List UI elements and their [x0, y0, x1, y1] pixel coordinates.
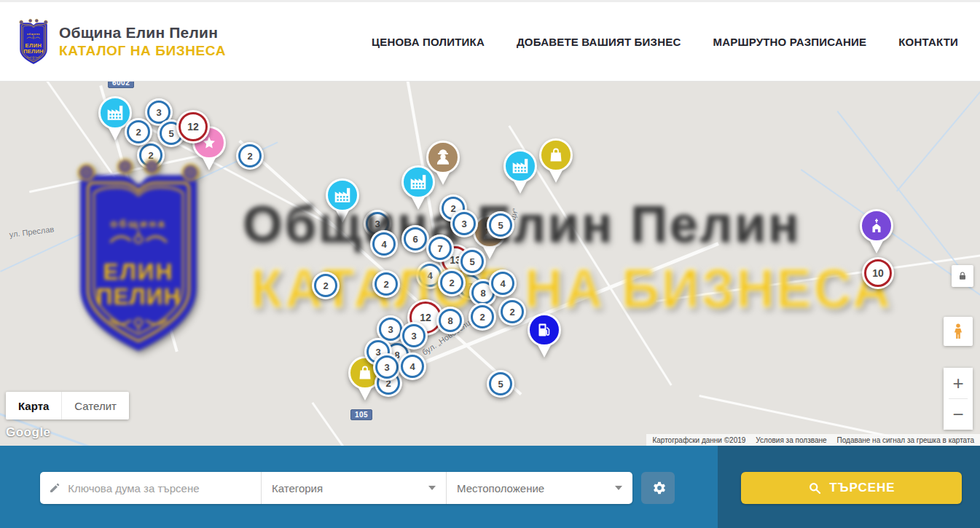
cluster-count: 2 — [312, 272, 340, 299]
church-icon — [860, 209, 893, 243]
factory-icon — [326, 178, 359, 212]
pin-church-marker[interactable] — [859, 209, 894, 254]
cluster-marker[interactable]: 2 — [125, 118, 152, 146]
cluster-count: 5 — [487, 370, 514, 398]
zoom-out-button[interactable]: − — [944, 399, 973, 430]
advanced-settings-button[interactable] — [641, 472, 675, 504]
cluster-count: 3 — [450, 210, 478, 237]
cluster-marker[interactable]: 2 — [438, 269, 466, 296]
map-attribution: Картографски данни ©2019 Условия за полз… — [646, 434, 980, 446]
site-title: Община Елин Пелин — [59, 24, 226, 42]
map-type-control: Карта Сателит — [6, 392, 129, 419]
category-value: Категория — [272, 482, 323, 494]
site-logo[interactable]: община ЕЛИН ПЕЛИН Община Елин Пелин КАТА… — [0, 18, 226, 66]
cluster-marker[interactable]: 12 — [176, 110, 210, 143]
map-canvas[interactable]: ул. Преславбул. „Новоселци“ци“ 6002105 о… — [0, 82, 980, 446]
nav-item-3[interactable]: КОНТАКТИ — [898, 36, 958, 48]
logo-text: Община Елин Пелин КАТАЛОГ НА БИЗНЕСА — [59, 24, 226, 59]
road-badge: 6002 — [108, 82, 134, 88]
map-type-map-button[interactable]: Карта — [6, 392, 61, 419]
cluster-marker[interactable]: 10 — [862, 257, 894, 289]
chevron-down-icon — [615, 486, 622, 490]
cluster-count: 3 — [373, 353, 401, 381]
cluster-marker[interactable]: 2 — [372, 270, 400, 298]
zoom-in-button[interactable]: + — [944, 368, 973, 398]
fuel-icon — [528, 313, 561, 347]
svg-text:ПЕЛИН: ПЕЛИН — [96, 283, 181, 310]
watermark-subtitle: КАТАЛОГ НА БИЗНЕСА — [251, 256, 893, 320]
cluster-marker[interactable]: 2 — [312, 272, 340, 299]
cluster-count: 2 — [236, 142, 264, 170]
cluster-marker[interactable]: 3 — [400, 322, 428, 350]
pin-factory-marker[interactable] — [401, 165, 436, 210]
cluster-count: 10 — [862, 257, 894, 289]
cluster-count: 2 — [438, 269, 466, 296]
location-value: Местоположение — [457, 482, 544, 494]
search-fields: Категория Местоположение — [40, 472, 632, 504]
google-logo[interactable]: Google — [6, 425, 51, 440]
cluster-count: 3 — [400, 322, 428, 350]
attribution-copyright: Картографски данни ©2019 — [652, 436, 745, 444]
svg-text:ЕЛИН: ЕЛИН — [26, 42, 42, 48]
map-road — [312, 402, 439, 446]
keyword-input[interactable] — [68, 482, 252, 494]
cluster-marker[interactable]: 6 — [401, 225, 429, 253]
terms-link[interactable]: Условия за ползване — [756, 436, 826, 444]
site-subtitle: КАТАЛОГ НА БИЗНЕСА — [59, 43, 226, 59]
cluster-count: 8 — [436, 307, 464, 334]
svg-text:ЕЛИН: ЕЛИН — [103, 259, 174, 285]
map-road — [656, 249, 980, 302]
cluster-marker[interactable]: 4 — [399, 352, 426, 380]
pencil-icon — [49, 481, 60, 494]
map-type-satellite-button[interactable]: Сателит — [61, 392, 129, 419]
nav-item-2[interactable]: МАРШРУТНО РАЗПИСАНИЕ — [713, 36, 866, 48]
cluster-marker[interactable]: 8 — [436, 307, 464, 334]
street-view-pegman[interactable] — [944, 317, 973, 346]
location-select[interactable]: Местоположение — [446, 472, 632, 504]
road-badge: 105 — [350, 409, 372, 420]
nav-item-0[interactable]: ЦЕНОВА ПОЛИТИКА — [372, 36, 485, 48]
cluster-marker[interactable]: 5 — [487, 370, 514, 398]
nav-item-1[interactable]: ДОБАВЕТЕ ВАШИЯТ БИЗНЕС — [517, 36, 681, 48]
pin-factory-marker[interactable] — [325, 178, 360, 224]
report-error-link[interactable]: Подаване на сигнал за грешка в картата — [837, 436, 974, 444]
cluster-count: 4 — [370, 230, 398, 258]
cluster-marker[interactable]: 4 — [489, 269, 517, 297]
cluster-count: 7 — [426, 235, 454, 262]
category-select[interactable]: Категория — [261, 472, 446, 504]
pin-fuel-marker[interactable] — [527, 313, 562, 358]
cluster-count: 2 — [372, 270, 400, 298]
bag-icon — [539, 138, 573, 172]
map-stream — [896, 82, 980, 192]
cluster-marker[interactable]: 5 — [487, 211, 514, 239]
search-button[interactable]: ТЪРСЕНЕ — [741, 472, 962, 504]
svg-text:община: община — [27, 33, 40, 36]
cluster-count: 2 — [125, 118, 152, 146]
pin-factory-marker[interactable] — [503, 149, 538, 194]
cluster-marker[interactable]: 2 — [236, 142, 264, 170]
cluster-marker[interactable]: 7 — [426, 235, 454, 262]
street-label: ул. Преслав — [9, 224, 55, 238]
gear-icon — [650, 480, 666, 496]
cluster-marker[interactable]: 2 — [498, 298, 526, 326]
cluster-count: 5 — [487, 211, 514, 239]
cluster-marker[interactable]: 4 — [370, 230, 398, 258]
map-lock-button[interactable] — [952, 265, 973, 287]
cluster-count: 2 — [498, 298, 526, 326]
pegman-icon — [950, 322, 966, 341]
factory-icon — [503, 149, 537, 183]
svg-text:ПЕЛИН: ПЕЛИН — [23, 48, 43, 55]
watermark-crest: община ЕЛИН ПЕЛИН — [64, 155, 213, 358]
cluster-count: 12 — [176, 110, 210, 143]
municipality-crest-icon: община ЕЛИН ПЕЛИН — [16, 18, 51, 66]
cluster-count: 6 — [401, 225, 429, 253]
header: община ЕЛИН ПЕЛИН Община Елин Пелин КАТА… — [0, 0, 980, 82]
cluster-marker[interactable]: 3 — [373, 353, 401, 381]
cluster-marker[interactable]: 2 — [469, 303, 496, 331]
cluster-count: 2 — [469, 303, 496, 331]
page: община ЕЛИН ПЕЛИН Община Елин Пелин КАТА… — [0, 0, 980, 528]
pin-bag-marker[interactable] — [538, 138, 573, 184]
search-button-label: ТЪРСЕНЕ — [829, 481, 895, 495]
cluster-marker[interactable]: 3 — [450, 210, 478, 237]
search-icon — [807, 481, 822, 495]
